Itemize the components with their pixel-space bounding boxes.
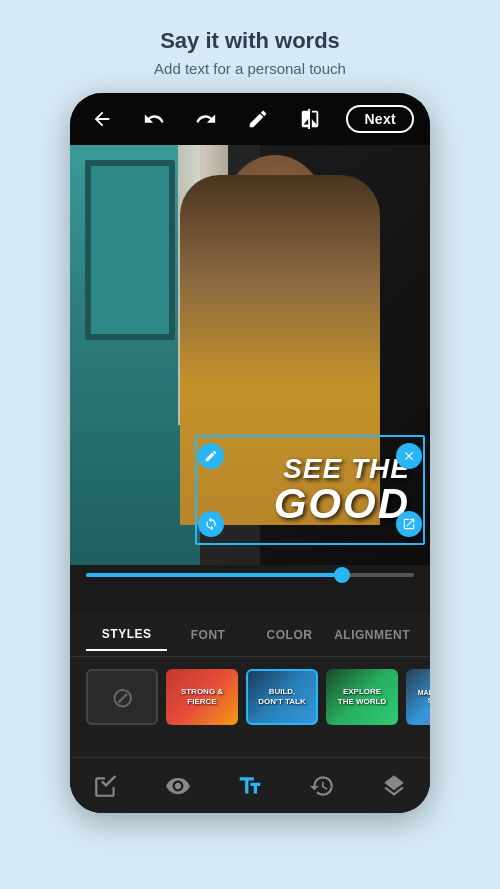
nav-history[interactable] [300,764,344,808]
top-bar-left [86,103,118,135]
tab-styles[interactable]: STYLES [86,619,167,651]
photo-area: SEE THE GOOD [70,145,430,565]
style-explore-world[interactable]: EXPLORETHE WORLD [326,669,398,725]
style-build-dont-talk[interactable]: BUILD,DON'T TALK [246,669,318,725]
overlay-text-line1: SEE THE [210,455,410,483]
nav-eye[interactable] [156,764,200,808]
handle-rotate[interactable] [198,511,224,537]
handle-scale[interactable] [396,511,422,537]
nav-sticker[interactable] [84,764,128,808]
handle-close[interactable] [396,443,422,469]
bottom-panel: STYLES FONT COLOR ALIGNMENT ⊘ STRONG &FI… [70,613,430,813]
style-none[interactable]: ⊘ [86,669,158,725]
phone-frame: Next SEE [70,93,430,813]
style-make-it[interactable]: MAKE IT SIG...SIGNIF... [406,669,430,725]
tab-color[interactable]: COLOR [249,620,330,650]
top-bar-right: Next [346,105,414,133]
overlay-text-line2: GOOD [210,483,410,525]
pen-button[interactable] [242,103,274,135]
bottom-nav [70,757,430,813]
handle-edit[interactable] [198,443,224,469]
top-bar-center [138,103,326,135]
next-button[interactable]: Next [346,105,414,133]
tab-font[interactable]: FONT [167,620,248,650]
nav-text[interactable] [228,764,272,808]
style-strong-fierce[interactable]: STRONG &FIERCE [166,669,238,725]
redo-button[interactable] [190,103,222,135]
undo-button[interactable] [138,103,170,135]
page-title: Say it with words [154,28,346,54]
compare-button[interactable] [294,103,326,135]
page-header: Say it with words Add text for a persona… [134,0,366,93]
text-overlay[interactable]: SEE THE GOOD [210,455,410,525]
nav-layers[interactable] [372,764,416,808]
tabs-row: STYLES FONT COLOR ALIGNMENT [70,613,430,657]
tab-alignment[interactable]: ALIGNMENT [330,620,414,650]
page-subtitle: Add text for a personal touch [154,60,346,77]
top-bar: Next [70,93,430,145]
back-button[interactable] [86,103,118,135]
slider-area[interactable] [86,565,414,585]
styles-row: ⊘ STRONG &FIERCE BUILD,DON'T TALK EXPLOR… [70,657,430,737]
